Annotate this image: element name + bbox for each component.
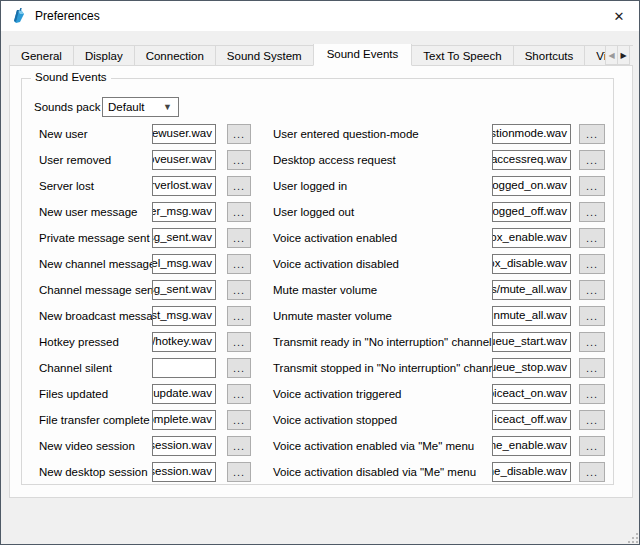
sound-file-input[interactable]: emoveuser.wav [152,150,216,170]
sound-file-input[interactable]: accessreq.wav [492,150,571,170]
browse-button[interactable]: ... [579,384,605,404]
browse-button[interactable]: ... [227,228,251,248]
browse-button[interactable]: ... [227,306,251,326]
sound-file-input[interactable]: /fileupdate.wav [152,384,216,404]
browse-button[interactable]: ... [579,202,605,222]
tab-bar: GeneralDisplayConnectionSound SystemSoun… [9,44,633,66]
tab-display[interactable]: Display [73,45,135,66]
sound-event-label: Unmute master volume [273,306,392,326]
browse-button[interactable]: ... [579,462,605,482]
sound-file-input[interactable]: logged_on.wav [492,176,571,196]
browse-button[interactable]: ... [227,150,251,170]
sound-file-input[interactable]: _msg_sent.wav [152,280,216,300]
browse-button[interactable]: ... [579,124,605,144]
browse-button[interactable]: ... [227,280,251,300]
sound-file-input[interactable]: /user_msg.wav [152,202,216,222]
tab-sound-events[interactable]: Sound Events [313,44,413,66]
sound-event-label: Hotkey pressed [39,332,119,352]
browse-button[interactable]: ... [227,202,251,222]
sound-file-input[interactable]: topsession.wav [152,462,216,482]
browse-button[interactable]: ... [579,410,605,430]
chevron-down-icon: ▼ [163,102,172,112]
sound-file-input[interactable]: s/newuser.wav [152,124,216,144]
browse-button[interactable]: ... [579,358,605,378]
sound-file-value: accessreq.wav [492,153,567,165]
sound-file-input[interactable]: me_disable.wav [492,462,571,482]
browse-button[interactable]: ... [579,306,605,326]
browse-button[interactable]: ... [227,358,251,378]
sound-event-label: Voice activation disabled via "Me" menu [273,462,476,482]
sound-event-label: New desktop session [39,462,148,482]
browse-button[interactable]: ... [227,254,251,274]
sound-file-value: _msg_sent.wav [152,231,212,243]
browse-button[interactable]: ... [579,280,605,300]
sound-event-label: New broadcast message [39,306,166,326]
sound-file-input[interactable]: deosession.wav [152,436,216,456]
tab-sound-system[interactable]: Sound System [215,45,314,66]
sound-file-input[interactable]: dcast_msg.wav [152,306,216,326]
sound-file-value: emoveuser.wav [152,153,212,165]
sound-file-input[interactable]: me_enable.wav [492,436,571,456]
sound-file-value: annel_msg.wav [152,257,212,269]
browse-button[interactable]: ... [579,332,605,352]
tab-scroller: ◀ ▶ [605,45,630,65]
browse-button[interactable]: ... [227,436,251,456]
sound-event-label: File transfer complete [39,410,150,430]
resize-grip[interactable] [626,531,638,543]
sound-file-value: ox_disable.wav [492,257,567,269]
sound-file-input[interactable]: ogged_off.wav [492,202,571,222]
browse-button[interactable]: ... [227,410,251,430]
sound-file-value: ogged_off.wav [492,205,567,217]
browse-button[interactable]: ... [579,150,605,170]
sound-file-input[interactable]: unmute_all.wav [492,306,571,326]
browse-button[interactable]: ... [227,462,251,482]
sound-file-input[interactable]: oiceact_on.wav [492,384,571,404]
sound-file-input[interactable]: /serverlost.wav [152,176,216,196]
sound-event-label: Private message sent [39,228,150,248]
sound-event-label: New video session [39,436,135,456]
tab-connection[interactable]: Connection [134,45,216,66]
tab-general[interactable]: General [9,45,74,66]
close-icon[interactable]: ✕ [599,1,639,31]
sound-file-value: /user_msg.wav [152,205,212,217]
sound-file-value: dcast_msg.wav [152,309,212,321]
sound-file-input[interactable]: ueue_start.wav [492,332,571,352]
sound-file-input[interactable]: s/mute_all.wav [492,280,571,300]
sound-event-label: New user message [39,202,137,222]
sound-file-value: me_disable.wav [492,465,567,477]
sound-event-label: Voice activation stopped [273,410,397,430]
browse-button[interactable]: ... [579,436,605,456]
sound-file-value: ds/hotkey.wav [152,335,212,347]
sound-file-input[interactable]: ox_enable.wav [492,228,571,248]
sound-file-value: me_enable.wav [492,439,567,451]
chevron-right-icon[interactable]: ▶ [617,45,630,65]
browse-button[interactable]: ... [227,124,251,144]
sound-file-input[interactable]: ox_disable.wav [492,254,571,274]
sound-event-label: New channel message [39,254,155,274]
tab-shortcuts[interactable]: Shortcuts [513,45,586,66]
browse-button[interactable]: ... [227,384,251,404]
browse-button[interactable]: ... [579,228,605,248]
sound-event-label: User logged out [273,202,354,222]
sound-file-input[interactable]: ds/hotkey.wav [152,332,216,352]
sound-file-input[interactable]: annel_msg.wav [152,254,216,274]
sounds-pack-value: Default [108,101,144,113]
sound-file-input[interactable]: iceact_off.wav [492,410,571,430]
sound-event-label: Voice activation enabled [273,228,397,248]
sound-file-input[interactable] [152,358,216,378]
browse-button[interactable]: ... [579,176,605,196]
sound-event-label: New user [39,124,88,144]
sound-event-label: Voice activation disabled [273,254,399,274]
sound-file-input[interactable]: ueue_stop.wav [492,358,571,378]
browse-button[interactable]: ... [227,176,251,196]
sound-file-input[interactable]: _msg_sent.wav [152,228,216,248]
sound-file-input[interactable]: _complete.wav [152,410,216,430]
teamtalk-icon [11,8,27,24]
sound-event-label: Transmit stopped in "No interruption" ch… [273,358,504,378]
sounds-pack-select[interactable]: Default ▼ [102,97,179,117]
browse-button[interactable]: ... [579,254,605,274]
sound-file-value: _complete.wav [152,413,212,425]
sound-file-input[interactable]: stionmode.wav [492,124,571,144]
browse-button[interactable]: ... [227,332,251,352]
tab-text-to-speech[interactable]: Text To Speech [411,45,513,66]
